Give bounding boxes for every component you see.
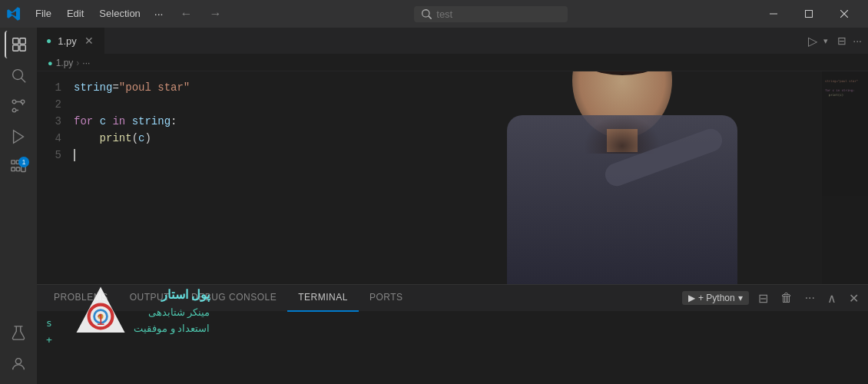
flask-activity-icon[interactable] [5, 319, 32, 347]
code-token: print [100, 130, 132, 147]
editor-tab-1py[interactable]: ● 1.py ✕ [37, 28, 105, 54]
new-terminal-button[interactable]: ▶ + Python ▾ [682, 291, 749, 305]
terminal-dropdown-icon[interactable]: ▾ [738, 293, 743, 303]
watermark-subtitle: مینکر شتابدهی [134, 305, 210, 321]
tab-close-button[interactable]: ✕ [83, 35, 95, 47]
code-line-5 [74, 147, 822, 164]
menu-bar: File Edit Selection ··· [29, 6, 168, 22]
svg-point-19 [15, 359, 21, 364]
more-actions-button[interactable]: ··· [853, 35, 862, 47]
panel-close-button[interactable]: ✕ [846, 290, 862, 307]
svg-rect-5 [20, 38, 25, 44]
code-line-2 [74, 96, 822, 113]
svg-rect-16 [12, 161, 15, 164]
code-token: c [100, 113, 106, 130]
svg-rect-7 [20, 45, 25, 51]
menu-selection[interactable]: Selection [93, 6, 146, 22]
code-token [74, 130, 100, 147]
code-token: c [138, 130, 144, 147]
tab-filename: 1.py [58, 35, 77, 47]
search-icon [422, 9, 432, 19]
code-line-3: for c in string: [74, 113, 822, 130]
svg-rect-14 [12, 167, 15, 171]
poulstar-logo-icon: 1 [74, 284, 128, 338]
terminal-type-label: + Python [698, 293, 735, 303]
titlebar: File Edit Selection ··· ← → [0, 0, 868, 28]
code-content[interactable]: string="poul star" for c in string: prin… [68, 71, 822, 284]
source-control-activity-icon[interactable] [5, 92, 32, 120]
maximize-button[interactable] [791, 0, 827, 28]
terminal-text: + [46, 334, 52, 346]
code-token: string [132, 113, 171, 130]
kill-terminal-button[interactable]: 🗑 [777, 290, 796, 306]
panel-tab-terminal[interactable]: TERMINAL [287, 285, 359, 312]
editor-area: ● 1.py ✕ ▷ ▾ ⊟ ··· ● 1.py › [37, 28, 868, 284]
svg-rect-17 [16, 167, 20, 171]
close-button[interactable] [827, 0, 862, 28]
code-token: : [171, 113, 177, 130]
code-token: ( [132, 130, 138, 147]
run-debug-activity-icon[interactable] [5, 123, 32, 151]
breadcrumb-separator: › [76, 58, 79, 68]
search-input[interactable] [436, 8, 536, 20]
tab-bar: ● 1.py ✕ ▷ ▾ ⊟ ··· [37, 28, 868, 55]
svg-marker-13 [14, 131, 24, 144]
run-button[interactable]: ▷ [808, 34, 817, 48]
svg-rect-1 [806, 11, 813, 18]
extensions-activity-icon[interactable]: 1 [5, 154, 32, 181]
vscode-logo-icon [6, 6, 22, 22]
run-dropdown-button[interactable]: ▾ [823, 36, 828, 46]
minimize-button[interactable] [756, 0, 791, 28]
code-token: = [112, 79, 118, 96]
search-activity-icon[interactable] [5, 61, 32, 89]
code-token [93, 113, 99, 130]
split-editor-button[interactable]: ⊟ [837, 35, 846, 47]
code-token: in [112, 113, 125, 130]
activity-bar: 1 [0, 28, 37, 384]
svg-point-10 [12, 100, 16, 104]
code-token: "poul star" [119, 79, 190, 96]
account-activity-icon[interactable] [5, 350, 32, 378]
code-token: string [74, 79, 112, 96]
line-numbers: 1 2 3 4 5 [37, 71, 68, 284]
explorer-activity-icon[interactable] [5, 31, 32, 58]
breadcrumb-more: ··· [82, 58, 90, 68]
panel-tab-actions: ▶ + Python ▾ ⊟ 🗑 ··· ∧ ✕ [682, 290, 862, 307]
extensions-badge: 1 [18, 157, 29, 167]
watermark-text: پول استار مینکر شتابدهی استعداد و موفقیت [134, 285, 210, 336]
code-token [125, 113, 131, 130]
svg-rect-0 [770, 14, 777, 15]
svg-rect-6 [13, 45, 18, 51]
panel-maximize-button[interactable]: ∧ [824, 290, 840, 307]
svg-point-8 [13, 70, 23, 80]
menu-edit[interactable]: Edit [61, 6, 90, 22]
svg-text:1: 1 [97, 311, 105, 328]
search-bar[interactable] [414, 6, 568, 22]
code-line-1: string="poul star" [74, 79, 822, 96]
text-cursor [74, 149, 75, 161]
main-layout: 1 [0, 28, 868, 384]
breadcrumb: ● 1.py › ··· [37, 55, 868, 71]
menu-more[interactable]: ··· [150, 6, 168, 22]
menu-file[interactable]: File [29, 6, 58, 22]
svg-point-12 [12, 108, 16, 112]
panel-more-button[interactable]: ··· [802, 290, 818, 306]
code-token: ) [144, 130, 151, 147]
watermark: 1 پول استار مینکر شتابدهی استعداد و موفق… [74, 284, 210, 338]
python-file-icon: ● [46, 35, 51, 46]
activity-bar-bottom [5, 319, 32, 384]
nav-forward-button[interactable]: → [205, 5, 227, 22]
code-line-4: print(c) [74, 130, 822, 147]
minimap: string="poul star" for c in string: prin… [822, 71, 868, 284]
terminal-type-icon: ▶ [688, 293, 695, 303]
nav-back-button[interactable]: ← [176, 5, 197, 22]
code-token: for [74, 113, 93, 130]
breadcrumb-filename: 1.py [56, 58, 74, 68]
code-editor[interactable]: 1 2 3 4 5 string="poul star" [37, 71, 868, 284]
terminal-text: s [46, 317, 52, 329]
breadcrumb-file-icon: ● [48, 58, 53, 68]
split-terminal-button[interactable]: ⊟ [755, 290, 771, 307]
panel-tab-ports[interactable]: PORTS [359, 285, 414, 312]
watermark-brand: پول استار [134, 285, 210, 305]
watermark-tagline: استعداد و موفقیت [134, 321, 210, 337]
